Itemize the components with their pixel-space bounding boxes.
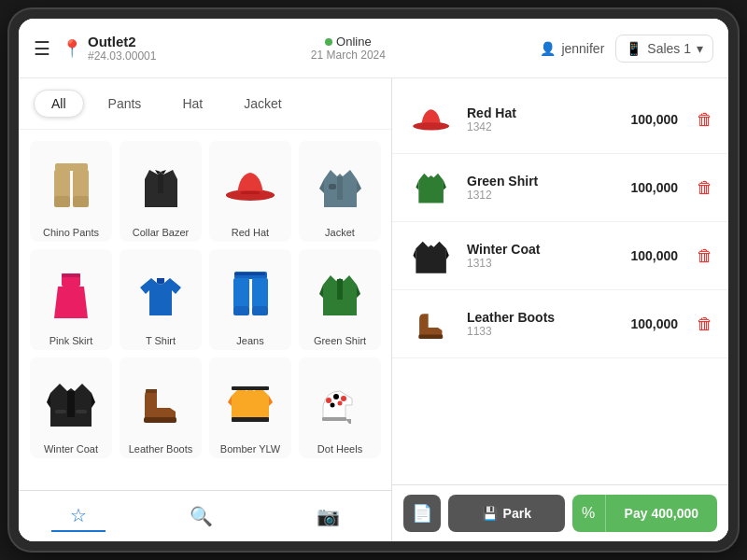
order-list: Red Hat 1342 100,000 🗑 — [392, 78, 728, 484]
order-item-price: 100,000 — [630, 316, 678, 331]
product-pink-skirt[interactable]: Pink Skirt — [30, 249, 112, 350]
product-jacket[interactable]: Jacket — [299, 141, 381, 242]
order-item-name: Leather Boots — [467, 310, 619, 325]
user-icon: 👤 — [540, 41, 556, 56]
outlet-name: Outlet2 — [88, 34, 156, 49]
product-collar-bazer[interactable]: Collar Bazer — [120, 141, 202, 242]
percent-icon: % — [582, 505, 595, 521]
order-item-image — [407, 163, 456, 212]
svg-rect-0 — [55, 163, 88, 171]
park-label: Park — [503, 506, 531, 521]
svg-point-30 — [330, 402, 334, 407]
park-icon: 💾 — [482, 506, 498, 521]
online-dot — [325, 38, 332, 46]
svg-rect-10 — [329, 184, 336, 189]
sales-selector[interactable]: 📱 Sales 1 ▾ — [615, 35, 713, 63]
product-name: Bomber YLW — [220, 443, 280, 455]
svg-rect-18 — [234, 273, 265, 275]
svg-rect-22 — [76, 410, 87, 413]
menu-button[interactable]: ☰ — [34, 37, 50, 60]
svg-rect-24 — [146, 389, 157, 393]
main-content: All Pants Hat Jacket — [19, 78, 728, 541]
product-dot-heels[interactable]: Dot Heels — [299, 357, 381, 458]
delete-green-shirt-button[interactable]: 🗑 — [697, 178, 713, 198]
pay-button[interactable]: Pay 400,000 — [606, 495, 717, 532]
order-item-code: 1312 — [467, 189, 619, 202]
delete-winter-coat-button[interactable]: 🗑 — [697, 246, 713, 266]
pay-label: Pay 400,000 — [625, 506, 698, 521]
order-item-image — [407, 300, 456, 348]
order-item-info: Winter Coat 1313 — [467, 242, 619, 270]
order-item-code: 1342 — [467, 120, 619, 133]
svg-rect-5 — [158, 175, 163, 193]
svg-rect-21 — [55, 410, 66, 413]
note-button[interactable]: 📄 — [403, 495, 441, 532]
svg-rect-19 — [337, 279, 343, 300]
product-name: Winter Coat — [44, 443, 98, 455]
svg-point-27 — [326, 398, 331, 403]
product-name: Pink Skirt — [49, 335, 92, 346]
order-item-info: Leather Boots 1133 — [467, 310, 619, 338]
delete-leather-boots-button[interactable]: 🗑 — [697, 315, 713, 334]
header-center: Online 21 March 2024 — [167, 35, 529, 62]
online-label: Online — [336, 35, 372, 49]
product-chino-pants[interactable]: Chino Pants — [30, 141, 112, 242]
product-name: Jacket — [325, 227, 355, 238]
favorites-icon[interactable]: ☆ — [51, 500, 106, 532]
svg-rect-35 — [418, 334, 443, 338]
svg-rect-15 — [252, 278, 268, 308]
order-item-green-shirt: Green Shirt 1312 100,000 🗑 — [392, 154, 728, 222]
tab-all[interactable]: All — [34, 90, 84, 118]
svg-rect-8 — [241, 191, 260, 194]
outlet-icon: 📍 — [62, 38, 82, 59]
product-name: Green Shirt — [314, 335, 366, 346]
search-icon[interactable]: 🔍 — [171, 501, 232, 531]
svg-rect-16 — [233, 306, 249, 315]
order-item-price: 100,000 — [630, 248, 678, 263]
park-button[interactable]: 💾 Park — [448, 495, 565, 532]
order-item-price: 100,000 — [630, 180, 678, 195]
order-item-code: 1133 — [467, 325, 619, 338]
tab-jacket[interactable]: Jacket — [227, 91, 298, 117]
dropdown-arrow: ▾ — [697, 41, 703, 56]
svg-rect-25 — [232, 417, 269, 422]
product-tshirt[interactable]: T Shirt — [120, 249, 202, 350]
header: ☰ 📍 Outlet2 #24.03.00001 Online 21 March… — [19, 19, 728, 78]
svg-rect-12 — [62, 273, 80, 277]
svg-point-31 — [337, 400, 342, 405]
left-panel: All Pants Hat Jacket — [19, 78, 392, 541]
percent-button[interactable]: % — [572, 495, 606, 532]
svg-point-34 — [413, 122, 448, 129]
svg-rect-4 — [73, 196, 89, 207]
product-bomber-ylw[interactable]: Bomber YLW — [209, 357, 291, 458]
product-name: Chino Pants — [43, 227, 99, 238]
device-icon: 📱 — [626, 41, 641, 56]
product-red-hat[interactable]: Red Hat — [209, 141, 291, 242]
delete-red-hat-button[interactable]: 🗑 — [697, 110, 713, 130]
order-item-name: Green Shirt — [467, 174, 619, 189]
tab-pants[interactable]: Pants — [92, 91, 159, 117]
svg-point-28 — [333, 394, 339, 399]
product-name: Red Hat — [232, 227, 269, 238]
camera-icon[interactable]: 📷 — [298, 501, 359, 531]
product-leather-boots[interactable]: Leather Boots — [120, 357, 202, 458]
products-grid: Chino Pants Collar Bazer — [19, 130, 391, 490]
header-right: 👤 jennifer 📱 Sales 1 ▾ — [540, 35, 713, 63]
svg-rect-3 — [54, 196, 70, 207]
action-bar: 📄 💾 Park % Pay 400,000 — [392, 484, 728, 541]
product-winter-coat[interactable]: Winter Coat — [30, 357, 112, 458]
order-item-image — [407, 95, 456, 144]
product-jeans[interactable]: Jeans — [209, 249, 291, 350]
pay-container: % Pay 400,000 — [572, 495, 717, 532]
svg-rect-32 — [322, 417, 346, 421]
svg-rect-17 — [252, 306, 268, 315]
product-name: Leather Boots — [129, 443, 193, 455]
svg-rect-2 — [73, 170, 89, 198]
product-name: Dot Heels — [317, 443, 362, 455]
product-name: Jeans — [236, 335, 263, 346]
svg-rect-23 — [144, 417, 176, 423]
order-item-image — [407, 231, 456, 280]
product-green-shirt[interactable]: Green Shirt — [299, 249, 381, 350]
svg-rect-9 — [337, 176, 343, 200]
tab-hat[interactable]: Hat — [165, 91, 219, 117]
